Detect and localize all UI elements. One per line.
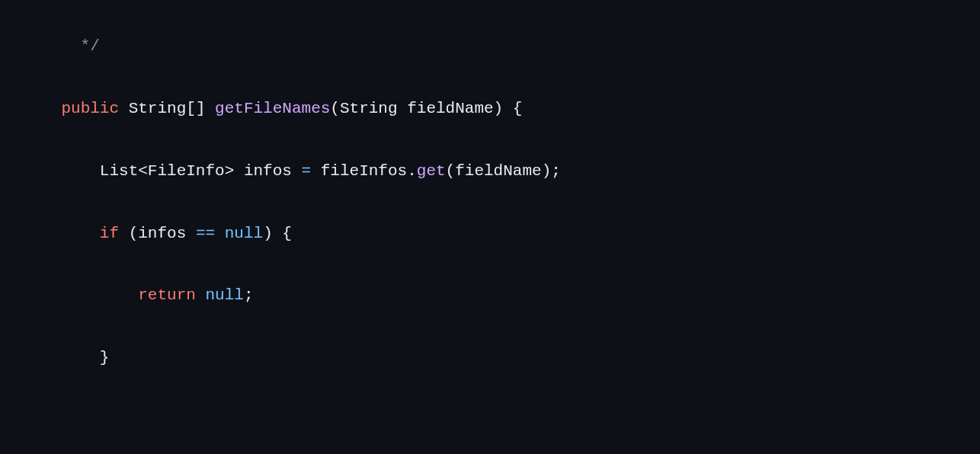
null-literal: null (225, 225, 263, 242)
keyword-if: if (100, 225, 119, 242)
paren: ( (446, 162, 456, 180)
code-line: return null; (23, 280, 957, 312)
method-get: get (417, 162, 446, 180)
var-fileinfos: fileInfos (321, 162, 407, 180)
paren: ( (330, 100, 340, 117)
brace: } (100, 349, 110, 366)
semi: ; (551, 162, 561, 180)
lt: < (138, 162, 148, 180)
eq-eq: == (196, 225, 215, 242)
param-type: String (340, 100, 398, 117)
keyword-public: public (61, 100, 119, 117)
comment-close: */ (71, 37, 100, 55)
arg-fieldname: fieldName (455, 162, 541, 180)
code-line: if (infos == null) { (23, 219, 957, 250)
keyword-return: return (138, 286, 196, 304)
code-line: List<FileInfo> infos = fileInfos.get(fie… (23, 156, 957, 187)
gt: > (225, 162, 235, 180)
brace: { (282, 225, 292, 242)
paren: ) (542, 162, 552, 180)
param-name: fieldName (407, 100, 493, 117)
paren: ) (263, 225, 273, 242)
brackets: [] (186, 100, 205, 117)
var-infos: infos (244, 162, 292, 180)
code-editor[interactable]: */ public String[] getFileNames(String f… (0, 0, 980, 454)
code-line: */ (23, 31, 957, 62)
type-fileinfo: FileInfo (148, 162, 225, 180)
type-string: String (129, 100, 187, 117)
paren: ( (129, 225, 139, 242)
type-list: List (100, 162, 138, 180)
dot: . (407, 162, 417, 180)
code-line: } (23, 343, 957, 374)
code-line: public String[] getFileNames(String fiel… (23, 94, 957, 125)
code-line-empty (23, 405, 957, 436)
var-infos: infos (138, 225, 186, 242)
paren: ) (494, 100, 504, 117)
brace: { (513, 100, 523, 117)
semi: ; (244, 286, 254, 304)
method-name: getFileNames (215, 100, 330, 117)
equals: = (302, 162, 312, 180)
null-literal: null (205, 286, 243, 304)
